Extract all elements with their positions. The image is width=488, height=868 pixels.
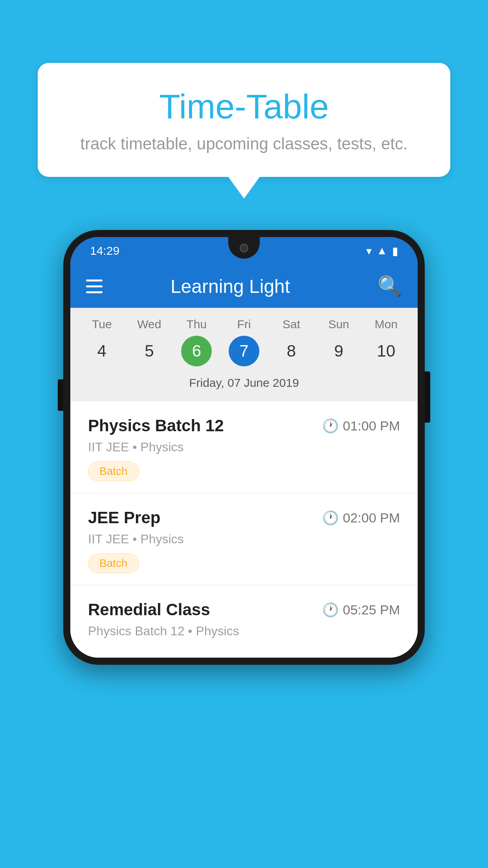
schedule-subtitle: IIT JEE • Physics — [88, 532, 400, 546]
status-icons: ▾ ▲ ▮ — [366, 245, 398, 257]
camera-dot — [240, 244, 248, 252]
day-label: Fri — [237, 318, 251, 331]
day-number: 5 — [134, 336, 165, 366]
schedule-item[interactable]: JEE Prep🕐 02:00 PMIIT JEE • PhysicsBatch — [70, 493, 418, 585]
phone-wrapper: 14:29 ▾ ▲ ▮ Learning Light 🔍 — [63, 230, 425, 665]
schedule-subtitle: IIT JEE • Physics — [88, 440, 400, 454]
batch-badge: Batch — [88, 462, 139, 481]
day-number: 9 — [323, 336, 354, 366]
calendar-strip: Tue4Wed5Thu6Fri7Sat8Sun9Mon10 Friday, 07… — [70, 308, 418, 401]
clock-icon: 🕐 — [322, 418, 339, 434]
status-bar: 14:29 ▾ ▲ ▮ — [70, 237, 418, 265]
day-number: 6 — [181, 336, 212, 366]
schedule-item[interactable]: Physics Batch 12🕐 01:00 PMIIT JEE • Phys… — [70, 401, 418, 493]
day-cell-sat[interactable]: Sat8 — [270, 318, 313, 366]
bubble-subtitle: track timetable, upcoming classes, tests… — [69, 134, 419, 153]
schedule-subtitle: Physics Batch 12 • Physics — [88, 624, 400, 638]
schedule-time: 🕐 02:00 PM — [322, 510, 400, 526]
speech-bubble: Time-Table track timetable, upcoming cla… — [38, 63, 450, 177]
schedule-time: 🕐 01:00 PM — [322, 418, 400, 434]
app-bar: Learning Light 🔍 — [70, 265, 418, 308]
day-cell-sun[interactable]: Sun9 — [317, 318, 360, 366]
day-cell-thu[interactable]: Thu6 — [175, 318, 218, 366]
day-label: Sun — [328, 318, 349, 331]
day-label: Mon — [374, 318, 397, 331]
batch-badge: Batch — [88, 554, 139, 573]
schedule-title: JEE Prep — [88, 508, 160, 527]
schedule-item[interactable]: Remedial Class🕐 05:25 PMPhysics Batch 12… — [70, 585, 418, 658]
phone-screen: 14:29 ▾ ▲ ▮ Learning Light 🔍 — [70, 237, 418, 658]
battery-icon: ▮ — [392, 245, 398, 257]
schedule-item-header: Physics Batch 12🕐 01:00 PM — [88, 416, 400, 435]
status-time: 14:29 — [90, 244, 119, 257]
search-button[interactable]: 🔍 — [378, 275, 402, 298]
day-number: 10 — [371, 336, 402, 366]
signal-icon: ▲ — [376, 245, 387, 257]
schedule-item-header: JEE Prep🕐 02:00 PM — [88, 508, 400, 527]
day-number: 4 — [86, 336, 117, 366]
days-row: Tue4Wed5Thu6Fri7Sat8Sun9Mon10 — [78, 318, 410, 366]
day-label: Tue — [92, 318, 112, 331]
clock-icon: 🕐 — [322, 510, 339, 526]
day-cell-wed[interactable]: Wed5 — [128, 318, 171, 366]
schedule-time: 🕐 05:25 PM — [322, 602, 400, 618]
speech-bubble-arrow — [228, 177, 260, 199]
day-label: Thu — [187, 318, 207, 331]
speech-bubble-wrapper: Time-Table track timetable, upcoming cla… — [38, 63, 450, 199]
day-cell-fri[interactable]: Fri7 — [222, 318, 266, 366]
day-cell-tue[interactable]: Tue4 — [80, 318, 123, 366]
selected-date-label: Friday, 07 June 2019 — [78, 372, 410, 397]
schedule-title: Physics Batch 12 — [88, 416, 224, 435]
bubble-title: Time-Table — [69, 86, 419, 127]
schedule-list: Physics Batch 12🕐 01:00 PMIIT JEE • Phys… — [70, 401, 418, 658]
notch — [228, 237, 260, 259]
wifi-icon: ▾ — [366, 245, 372, 257]
day-number: 7 — [229, 336, 259, 366]
schedule-item-header: Remedial Class🕐 05:25 PM — [88, 600, 400, 619]
day-cell-mon[interactable]: Mon10 — [365, 318, 408, 366]
day-number: 8 — [276, 336, 307, 366]
schedule-title: Remedial Class — [88, 600, 210, 619]
day-label: Sat — [283, 318, 300, 331]
phone-outer: 14:29 ▾ ▲ ▮ Learning Light 🔍 — [63, 230, 425, 665]
clock-icon: 🕐 — [322, 602, 339, 618]
app-bar-title: Learning Light — [83, 276, 378, 297]
day-label: Wed — [137, 318, 161, 331]
